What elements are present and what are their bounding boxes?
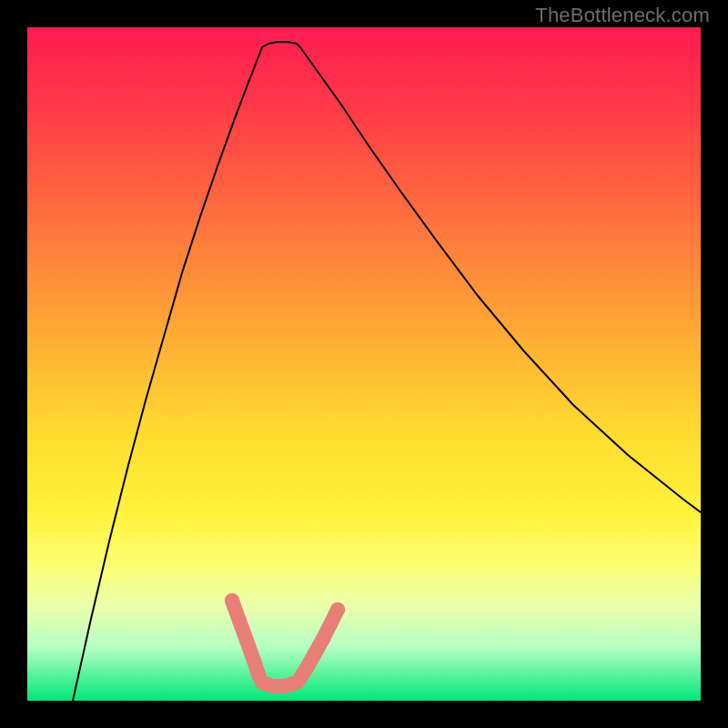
curve-right-curve [300,47,701,512]
marker-right-cap-1 [330,602,345,617]
chart-svg [27,27,701,701]
chart-frame: TheBottleneck.com [0,0,728,728]
marker-left-cap-0 [225,593,239,608]
marker-bottom-cap-0 [255,675,269,690]
chart-plot-area [27,27,701,701]
watermark-text: TheBottleneck.com [535,4,710,27]
marker-right-cap-0 [291,673,306,688]
curve-bottom-connector [262,42,300,47]
